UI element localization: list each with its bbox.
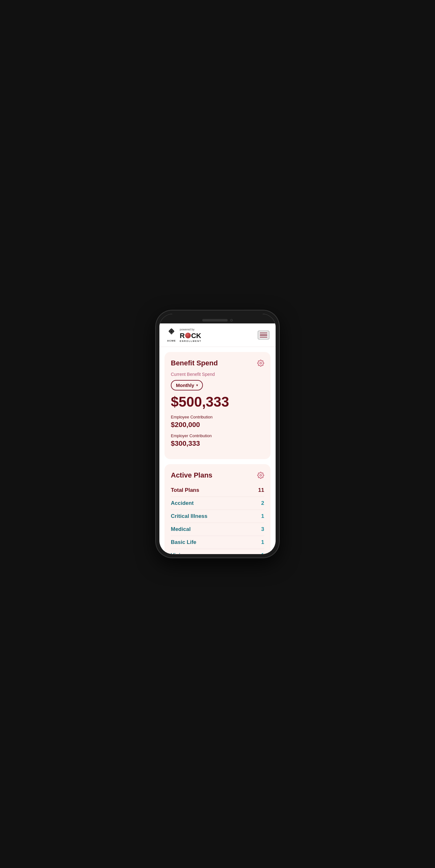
plan-count: 1 (261, 539, 264, 546)
plan-count: 11 (258, 487, 264, 493)
active-plans-card-header: Active Plans (171, 471, 264, 479)
plan-divider (171, 497, 264, 497)
notch-pill (202, 319, 228, 321)
plan-count: 2 (261, 500, 264, 506)
active-plans-title: Active Plans (171, 471, 212, 479)
rock-o-ball-icon (185, 333, 191, 338)
plan-row[interactable]: Accident2 (171, 497, 264, 509)
rock-enrollment-text: ENROLLMENT (180, 340, 202, 342)
plan-divider (171, 509, 264, 510)
plan-count: 1 (261, 552, 264, 554)
logo-area: ACME powered by R CK ENROLLMENT (166, 328, 202, 342)
camera-dot (230, 319, 233, 321)
plans-list: Total Plans11Accident2Critical Illness1M… (171, 484, 264, 554)
plan-name: Basic Life (171, 539, 196, 546)
plan-row[interactable]: Basic Life1 (171, 536, 264, 549)
plan-row[interactable]: Critical Illness1 (171, 510, 264, 523)
main-content: Benefit Spend Current Benefit Spend Mont… (159, 347, 276, 554)
hamburger-line-3 (260, 337, 267, 338)
rock-name-row: R CK (180, 332, 201, 340)
acme-diamond-icon (166, 328, 177, 339)
acme-label: ACME (167, 339, 176, 342)
hamburger-line-1 (260, 333, 267, 334)
employer-contribution-label: Employer Contribution (171, 433, 264, 438)
period-dropdown[interactable]: Monthly ▾ (171, 380, 203, 391)
plan-row[interactable]: Medical3 (171, 523, 264, 536)
phone-frame: ACME powered by R CK ENROLLMENT (156, 310, 279, 558)
employee-contribution-label: Employee Contribution (171, 414, 264, 420)
screen-content: ACME powered by R CK ENROLLMENT (159, 323, 276, 554)
period-dropdown-label: Monthly (176, 382, 194, 388)
active-plans-card: Active Plans Total Plans11Accident2Criti… (165, 464, 270, 554)
benefit-spend-gear-icon[interactable] (257, 360, 264, 367)
plan-count: 3 (261, 526, 264, 532)
chevron-down-icon: ▾ (196, 383, 198, 387)
acme-logo: ACME (166, 328, 177, 342)
hamburger-line-2 (260, 335, 267, 336)
plan-row[interactable]: Total Plans11 (171, 484, 264, 497)
total-benefit-spend-amount: $500,333 (171, 395, 264, 409)
active-plans-gear-icon[interactable] (257, 472, 264, 479)
current-benefit-spend-label: Current Benefit Spend (171, 372, 264, 377)
rock-ck-letters: CK (191, 332, 201, 340)
plan-name: Total Plans (171, 487, 199, 493)
plan-name: Accident (171, 500, 194, 506)
plan-row[interactable]: Vision1 (171, 549, 264, 554)
plan-divider (171, 523, 264, 523)
benefit-spend-title: Benefit Spend (171, 359, 218, 367)
rock-r-letter: R (180, 332, 185, 340)
hamburger-button[interactable] (258, 331, 269, 340)
powered-by-text: powered by (180, 328, 195, 331)
plan-name: Medical (171, 526, 191, 532)
plan-name: Vision (171, 552, 187, 554)
plan-divider (171, 549, 264, 549)
phone-screen: ACME powered by R CK ENROLLMENT (159, 314, 276, 554)
svg-point-3 (260, 362, 262, 364)
plan-divider (171, 536, 264, 536)
rock-brand: powered by R CK ENROLLMENT (180, 328, 202, 342)
employer-contribution-amount: $300,333 (171, 439, 264, 448)
benefit-spend-card: Benefit Spend Current Benefit Spend Mont… (165, 352, 270, 459)
svg-point-4 (260, 474, 262, 476)
plan-count: 1 (261, 513, 264, 520)
employee-contribution-amount: $200,000 (171, 421, 264, 429)
employer-contribution-section: Employer Contribution $300,333 (171, 433, 264, 448)
employee-contribution-section: Employee Contribution $200,000 (171, 414, 264, 429)
plan-name: Critical Illness (171, 513, 207, 520)
benefit-spend-card-header: Benefit Spend (171, 359, 264, 367)
app-header: ACME powered by R CK ENROLLMENT (159, 323, 276, 347)
phone-notch (159, 314, 276, 323)
